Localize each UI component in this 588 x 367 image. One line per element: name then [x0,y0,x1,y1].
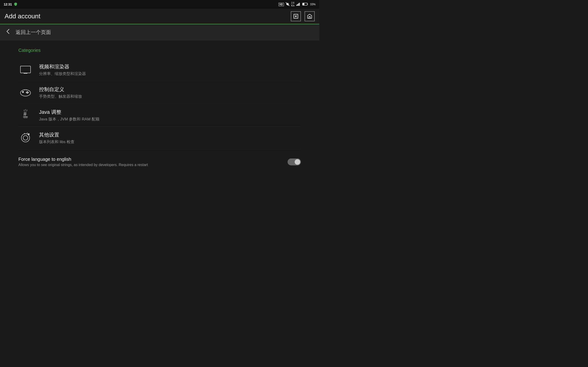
title-bar-left: Add account [5,13,40,20]
menu-subtitle-video: 分辨率、缩放类型和渲染器 [39,71,86,76]
menu-title-other: 其他设置 [39,131,74,138]
shield-icon [14,2,17,7]
menu-text-other: 其他设置 版本列表和 libs 检查 [39,131,74,144]
gamepad-icon [18,85,33,100]
svg-rect-11 [309,17,310,18]
categories-label: Categories [18,48,301,53]
page-title: Add account [5,13,40,20]
menu-title-controls: 控制自定义 [39,86,82,93]
menu-item-video[interactable]: 视频和渲染器 分辨率、缩放类型和渲染器 [18,58,301,81]
menu-text-video: 视频和渲染器 分辨率、缩放类型和渲染器 [39,63,86,76]
close-button[interactable] [291,11,301,21]
signal-icon [296,2,300,6]
display-icon [18,63,33,77]
svg-rect-1 [296,5,297,6]
svg-rect-7 [307,4,308,5]
svg-point-21 [26,92,27,93]
battery-pct: 33% [310,3,316,6]
mute-icon [286,2,289,7]
java-icon [18,108,33,122]
svg-point-20 [27,93,28,94]
menu-subtitle-controls: 手势类型、触发器和缩放 [39,94,82,99]
status-bar: 12:31 HD 2.6K/s [0,0,319,9]
menu-subtitle-java: Java 版本，JVM 参数和 RAM 配额 [39,117,99,122]
hd-badge: HD [279,3,284,6]
svg-point-19 [28,92,29,93]
time-display: 12:31 [4,2,12,6]
home-button[interactable] [304,11,315,21]
title-bar-right [291,11,315,21]
back-bar[interactable]: 返回上一个页面 [0,24,319,40]
network-speed: 2.6K/s [291,2,294,7]
svg-rect-12 [20,66,31,73]
force-language-item: Force language to english Allows you to … [18,152,301,172]
force-language-title: Force language to english [18,157,148,162]
menu-item-java[interactable]: Java 调整 Java 版本，JVM 参数和 RAM 配额 [18,104,301,127]
svg-rect-3 [298,3,299,6]
back-arrow-icon[interactable] [5,28,12,37]
menu-item-controls[interactable]: 控制自定义 手势类型、触发器和缩放 [18,81,301,104]
svg-line-0 [286,2,289,6]
svg-point-15 [20,90,31,96]
force-language-toggle[interactable] [288,158,301,165]
menu-text-controls: 控制自定义 手势类型、触发器和缩放 [39,86,82,99]
svg-rect-4 [299,3,300,6]
menu-subtitle-other: 版本列表和 libs 检查 [39,139,74,144]
svg-rect-6 [303,3,304,5]
settings-sparkle-icon [18,131,33,145]
status-right: HD 2.6K/s 33% [279,2,316,7]
menu-item-other[interactable]: 其他设置 版本列表和 libs 检查 [18,127,301,149]
svg-rect-17 [22,92,24,92]
svg-rect-2 [297,4,298,6]
menu-title-java: Java 调整 [39,109,99,116]
menu-text-java: Java 调整 Java 版本，JVM 参数和 RAM 配额 [39,109,99,122]
force-language-subtitle: Allows you to see original strings, as i… [18,163,148,167]
main-content: Categories 视频和渲染器 分辨率、缩放类型和渲染器 [0,40,319,177]
battery-icon [302,2,308,6]
svg-point-18 [27,92,28,92]
title-bar: Add account [0,9,319,24]
toggle-text-block: Force language to english Allows you to … [18,157,148,167]
status-left: 12:31 [4,2,17,7]
menu-title-video: 视频和渲染器 [39,63,86,70]
back-text: 返回上一个页面 [16,29,51,36]
